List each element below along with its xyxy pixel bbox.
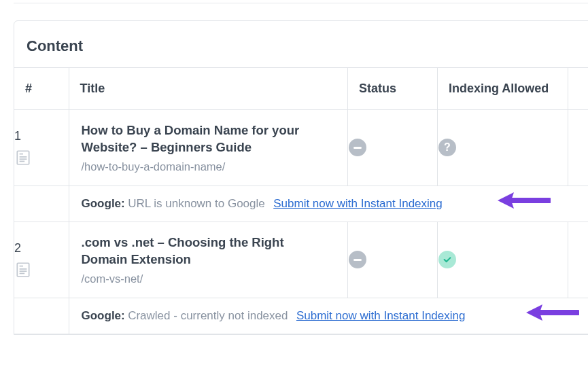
table-row: 1 How to Buy a Domain Name for your Webs… <box>14 110 588 186</box>
status-cell <box>348 222 438 298</box>
meta-value: Crawled - currently not indexed <box>128 309 288 322</box>
question-icon: ? <box>438 139 456 156</box>
meta-value: URL is unknown to Google <box>128 197 265 210</box>
item-title[interactable]: How to Buy a Domain Name for your Websit… <box>82 122 313 156</box>
submit-instant-indexing-link[interactable]: Submit now with Instant Indexing <box>296 309 466 322</box>
status-minus-icon <box>349 251 366 268</box>
row-index-cell: 1 <box>14 110 69 186</box>
indexing-cell: ? <box>438 110 568 186</box>
row-number: 1 <box>14 129 69 143</box>
annotation-arrow-icon <box>525 302 579 323</box>
table-meta-row: Google: Crawled - currently not indexed … <box>14 298 588 334</box>
row-index-cell: 2 <box>14 222 69 298</box>
content-panel: Content # Title Status Indexing Allowed … <box>14 20 588 335</box>
meta-label: Google: <box>82 309 125 322</box>
content-table: # Title Status Indexing Allowed 1 <box>14 67 588 334</box>
title-cell[interactable]: .com vs .net – Choosing the Right Domain… <box>69 222 348 298</box>
svg-rect-0 <box>17 151 29 164</box>
col-tail <box>568 68 589 110</box>
item-slug: /com-vs-net/ <box>82 272 336 285</box>
table-row: 2 .com vs .net – Choosing the Right Doma… <box>14 222 588 298</box>
meta-label: Google: <box>82 197 125 210</box>
col-status[interactable]: Status <box>348 68 438 110</box>
table-header-row: # Title Status Indexing Allowed <box>14 68 588 110</box>
item-slug: /how-to-buy-a-domain-name/ <box>82 160 336 173</box>
col-indexing[interactable]: Indexing Allowed <box>438 68 568 110</box>
spacer-cell <box>14 186 69 222</box>
col-num[interactable]: # <box>14 68 69 110</box>
spacer-cell <box>14 298 69 334</box>
panel-title: Content <box>14 21 588 67</box>
status-minus-icon <box>349 139 366 156</box>
tail-cell <box>568 110 589 186</box>
divider-top <box>14 3 588 3</box>
indexing-cell <box>438 222 568 298</box>
status-cell <box>348 110 438 186</box>
row-number: 2 <box>14 241 69 255</box>
submit-instant-indexing-link[interactable]: Submit now with Instant Indexing <box>273 197 443 210</box>
document-icon <box>14 261 32 281</box>
check-icon <box>438 251 456 268</box>
meta-cell: Google: Crawled - currently not indexed … <box>69 298 588 334</box>
document-icon <box>14 149 32 169</box>
col-title[interactable]: Title <box>69 68 348 110</box>
svg-rect-5 <box>17 263 29 277</box>
title-cell[interactable]: How to Buy a Domain Name for your Websit… <box>69 110 348 186</box>
meta-cell: Google: URL is unknown to Google Submit … <box>69 186 588 222</box>
annotation-arrow-icon <box>496 190 551 211</box>
table-meta-row: Google: URL is unknown to Google Submit … <box>14 186 588 222</box>
tail-cell <box>568 222 589 298</box>
item-title[interactable]: .com vs .net – Choosing the Right Domain… <box>82 234 313 268</box>
